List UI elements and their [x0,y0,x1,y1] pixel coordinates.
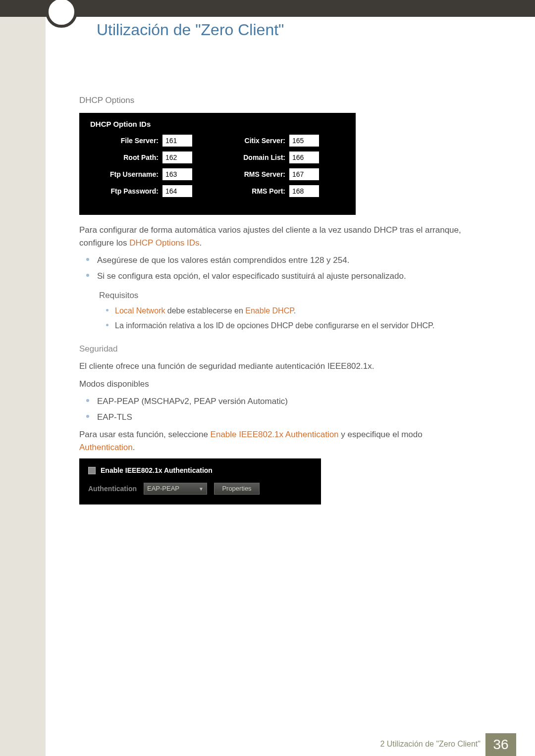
dhcp-bullet-list: Asegúrese de que los valores están compr… [79,254,495,282]
security-intro: El cliente ofrece una función de segurid… [79,360,495,373]
authentication-select[interactable]: EAP-PEAP ▼ [144,483,207,495]
dhcp-input-domain-list[interactable] [289,151,319,163]
page-number: 36 [485,733,516,756]
text: EAP-PEAP (MSCHAPv2, PEAP versión Automat… [97,397,288,406]
dhcp-panel-title: DHCP Option IDs [88,119,347,130]
list-item: Si se configura esta opción, el valor es… [86,270,495,283]
enable-ieee-highlight: Enable IEEE802.1x Authentication [211,430,339,439]
text: . [200,238,202,248]
page-title: Utilización de "Zero Client" [97,18,284,42]
auth-enable-row: Enable IEEE802.1x Authentication [88,465,312,476]
dhcp-paragraph: Para configurar de forma automática vari… [79,224,495,249]
dhcp-label-ftp-password: Ftp Password: [88,186,162,197]
enable-ieee-label: Enable IEEE802.1x Authentication [101,465,213,476]
dhcp-options-panel: DHCP Option IDs File Server: Citix Serve… [79,113,356,215]
requirements-list: Local Network debe establecerse en Enabl… [99,305,495,332]
list-item: La información relativa a los ID de opci… [106,320,495,332]
dhcp-label-domain-list: Domain List: [222,152,289,163]
text: La información relativa a los ID de opci… [115,321,434,330]
text: y especifique el modo [339,430,423,439]
dhcp-row: File Server: Citix Server: [88,135,347,147]
dhcp-label-rms-port: RMS Port: [222,186,289,197]
properties-button-label: Properties [222,484,251,494]
list-item: Local Network debe establecerse en Enabl… [106,305,495,317]
dhcp-input-rms-server[interactable] [289,168,319,180]
footer-text: 2 Utilización de "Zero Client" [380,738,481,750]
dhcp-label-rms-server: RMS Server: [222,169,289,180]
text: debe establecerse en [165,306,245,315]
footer: 2 Utilización de "Zero Client" 36 [0,733,535,756]
security-use-paragraph: Para usar esta función, seleccione Enabl… [79,428,495,454]
enable-dhcp-highlight: Enable DHCP [245,306,294,315]
list-item: EAP-PEAP (MSCHAPv2, PEAP versión Automat… [86,395,495,408]
auth-mode-row: Authentication EAP-PEAP ▼ Properties [88,483,312,495]
dhcp-label-citix-server: Citix Server: [222,136,289,146]
dhcp-section-label: DHCP Options [79,94,495,107]
enable-ieee-checkbox[interactable] [88,467,96,474]
left-rail [0,0,46,756]
auth-panel: Enable IEEE802.1x Authentication Authent… [79,458,321,504]
list-item: EAP-TLS [86,411,495,424]
dhcp-row: Ftp Username: RMS Server: [88,168,347,180]
text: Asegúrese de que los valores están compr… [97,255,349,265]
dhcp-row: Ftp Password: RMS Port: [88,185,347,197]
text: . [133,443,135,452]
dhcp-label-file-server: File Server: [88,136,162,146]
dhcp-input-root-path[interactable] [162,151,192,163]
text: EAP-TLS [97,412,132,422]
list-item: Asegúrese de que los valores están compr… [86,254,495,267]
dhcp-label-ftp-username: Ftp Username: [88,169,162,180]
dhcp-input-ftp-username[interactable] [162,168,192,180]
dhcp-label-root-path: Root Path: [88,152,162,163]
dhcp-options-ids-highlight: DHCP Options IDs [129,238,199,248]
page-content: DHCP Options DHCP Option IDs File Server… [79,94,495,504]
authentication-label: Authentication [88,484,137,494]
dhcp-input-file-server[interactable] [162,135,192,147]
dhcp-input-ftp-password[interactable] [162,185,192,197]
dhcp-row: Root Path: Domain List: [88,151,347,163]
local-network-highlight: Local Network [115,306,165,315]
properties-button[interactable]: Properties [214,483,260,495]
text: . [294,306,296,315]
chevron-down-icon: ▼ [199,485,204,493]
authentication-select-value: EAP-PEAP [147,484,179,494]
modes-label: Modos disponibles [79,378,495,391]
authentication-highlight: Authentication [79,443,133,452]
dhcp-input-citix-server[interactable] [289,135,319,147]
modes-list: EAP-PEAP (MSCHAPv2, PEAP versión Automat… [79,395,495,423]
requirements-block: Requisitos Local Network debe establecer… [99,289,495,332]
security-heading: Seguridad [79,343,495,355]
header-bar [0,0,535,17]
dhcp-input-rms-port[interactable] [289,185,319,197]
chapter-circle-icon [46,0,77,28]
text: Si se configura esta opción, el valor es… [97,271,406,281]
requirements-title: Requisitos [99,289,495,302]
text: Para usar esta función, seleccione [79,430,211,439]
